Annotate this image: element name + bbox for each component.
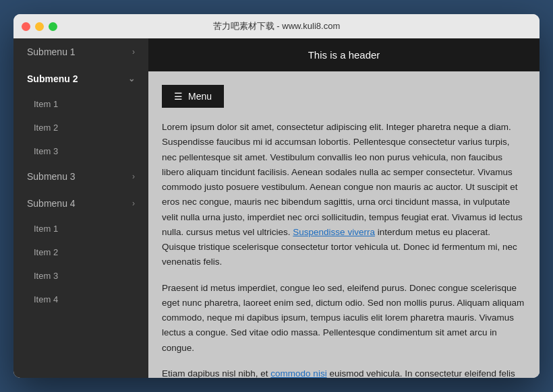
sidebar-subitem-item2b[interactable]: Item 2 — [13, 240, 148, 264]
sidebar-subitem-item3b[interactable]: Item 3 — [13, 264, 148, 288]
sidebar-subitem-item3[interactable]: Item 3 — [13, 139, 148, 163]
submenu1-arrow: › — [132, 47, 135, 57]
sidebar-subitem-item1[interactable]: Item 1 — [13, 92, 148, 116]
sidebar-subitem-item1b[interactable]: Item 1 — [13, 217, 148, 240]
item4b-label: Item 4 — [34, 294, 58, 304]
item1-label: Item 1 — [34, 99, 58, 109]
header-text: This is a header — [308, 49, 380, 61]
item3-label: Item 3 — [34, 146, 58, 156]
sidebar-item-submenu4[interactable]: Submenu 4 › — [13, 190, 148, 217]
submenu2-label: Submenu 2 — [27, 73, 78, 84]
submenu3-label: Submenu 3 — [27, 171, 76, 182]
menu-button[interactable]: ☰ Menu — [162, 85, 224, 108]
paragraph-3: Etiam dapibus nisl nibh, et commodo nisi… — [162, 366, 526, 378]
submenu4-label: Submenu 4 — [27, 198, 76, 209]
submenu4-arrow: › — [132, 199, 135, 208]
link-suspendisse[interactable]: Suspendisse viverra — [293, 227, 375, 237]
link-commodo[interactable]: commodo nisi — [270, 368, 326, 378]
traffic-lights — [22, 22, 57, 31]
item1b-label: Item 1 — [34, 224, 58, 234]
sidebar-item-submenu3[interactable]: Submenu 3 › — [13, 163, 148, 190]
minimize-button[interactable] — [35, 22, 44, 31]
submenu3-arrow: › — [132, 172, 135, 181]
item2b-label: Item 2 — [34, 247, 58, 257]
content-header: This is a header — [148, 38, 540, 71]
window-title: 苦力吧素材下载 - www.kuli8.com — [213, 20, 341, 32]
paragraph-2: Praesent id metus imperdiet, congue leo … — [162, 281, 526, 356]
paragraph-1: Lorem ipsum dolor sit amet, consectetur … — [162, 120, 526, 270]
menu-label: Menu — [188, 91, 212, 102]
item2-label: Item 2 — [34, 123, 58, 133]
sidebar-item-submenu1[interactable]: Submenu 1 › — [13, 38, 148, 65]
maximize-button[interactable] — [49, 22, 57, 31]
titlebar: 苦力吧素材下载 - www.kuli8.com — [13, 14, 540, 38]
item3b-label: Item 3 — [34, 271, 58, 281]
close-button[interactable] — [22, 22, 30, 31]
main-content: This is a header ☰ Menu Lorem ipsum dolo… — [148, 38, 540, 378]
menu-icon: ☰ — [174, 91, 183, 102]
sidebar-subitem-item2[interactable]: Item 2 — [13, 116, 148, 139]
sidebar: Submenu 1 › Submenu 2 ⌄ Item 1 Item 2 It… — [13, 38, 148, 378]
app-window: 苦力吧素材下载 - www.kuli8.com Submenu 1 › Subm… — [13, 14, 540, 378]
sidebar-subitem-item4b[interactable]: Item 4 — [13, 288, 148, 311]
content-text: Lorem ipsum dolor sit amet, consectetur … — [162, 120, 526, 378]
submenu1-label: Submenu 1 — [27, 46, 76, 57]
sidebar-item-submenu2[interactable]: Submenu 2 ⌄ — [13, 65, 148, 92]
content-body: ☰ Menu Lorem ipsum dolor sit amet, conse… — [148, 71, 540, 378]
app-body: Submenu 1 › Submenu 2 ⌄ Item 1 Item 2 It… — [13, 38, 540, 378]
submenu2-arrow: ⌄ — [128, 74, 135, 84]
